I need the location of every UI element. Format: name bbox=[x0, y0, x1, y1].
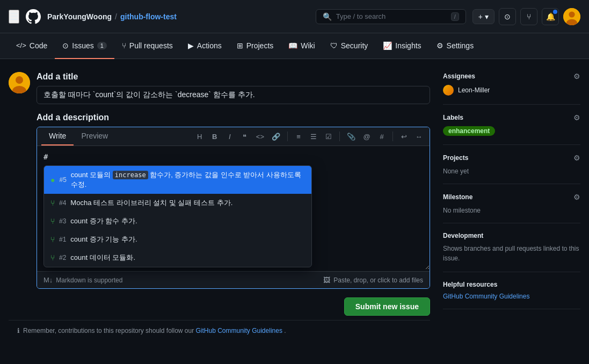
unordered-list-btn[interactable]: ☰ bbox=[307, 131, 320, 142]
community-guidelines-link[interactable]: GitHub Community Guidelines bbox=[196, 327, 282, 334]
editor-toolbar: H B I ❝ <> 🔗 ≡ ☰ ☑ 📎 @ bbox=[193, 130, 425, 143]
bold-btn[interactable]: B bbox=[208, 131, 221, 142]
italic-btn[interactable]: I bbox=[223, 131, 236, 142]
ordered-list-btn[interactable]: ≡ bbox=[292, 131, 305, 142]
assignees-title: Assignees bbox=[443, 72, 475, 80]
issues-badge: 1 bbox=[97, 42, 107, 49]
heading-btn[interactable]: H bbox=[193, 131, 206, 142]
nav-wiki[interactable]: 📖 Wiki bbox=[281, 33, 322, 59]
projects-value: None yet bbox=[443, 168, 469, 175]
paste-files-label[interactable]: 🖼 Paste, drop, or click to add files bbox=[317, 272, 430, 288]
nav-code-label: Code bbox=[30, 41, 47, 50]
editor-footer: M↓ Markdown is supported 🖼 Paste, drop, … bbox=[37, 271, 430, 288]
user-avatar[interactable] bbox=[563, 8, 580, 25]
editor-container: Write Preview H B I ❝ <> 🔗 ≡ ☰ bbox=[37, 127, 430, 289]
projects-gear-icon[interactable]: ⚙ bbox=[573, 154, 580, 162]
nav-actions[interactable]: ▶ Actions bbox=[180, 33, 229, 59]
item-text-1: Mocha 테스트 라이브러리 설치 및 실패 테스트 추가. bbox=[70, 198, 232, 208]
editor-tabs: Write Preview H B I ❝ <> 🔗 ≡ ☰ bbox=[37, 127, 430, 146]
svg-point-4 bbox=[16, 76, 23, 84]
nav-security[interactable]: 🛡 Security bbox=[323, 33, 376, 59]
submit-new-issue-button[interactable]: Submit new issue bbox=[344, 297, 430, 316]
development-value: Shows branches and pull requests linked … bbox=[443, 244, 580, 263]
top-navigation: ☰ ParkYoungWoong / github-flow-test 🔍 Ty… bbox=[0, 0, 589, 33]
reference-btn[interactable]: # bbox=[375, 131, 388, 142]
enhancement-label[interactable]: enhancement bbox=[443, 126, 495, 136]
nav-code[interactable]: </> Code bbox=[9, 33, 55, 59]
issue-title-input[interactable] bbox=[37, 86, 430, 104]
repo-owner[interactable]: ParkYoungWoong bbox=[47, 12, 112, 21]
topnav-right: + ▾ ⊙ ⑂ 🔔 bbox=[472, 8, 580, 25]
settings-icon: ⚙ bbox=[437, 41, 443, 50]
projects-header: Projects ⚙ bbox=[443, 154, 580, 162]
autocomplete-item-2[interactable]: ⑂ #3 count 증가 함수 추가. bbox=[44, 212, 311, 230]
search-bar[interactable]: 🔍 Type / to search / bbox=[316, 9, 466, 24]
milestone-header: Milestone ⚙ bbox=[443, 193, 580, 201]
item-number-1: #4 bbox=[59, 199, 66, 207]
issues-icon-button[interactable]: ⊙ bbox=[499, 8, 516, 25]
image-icon: 🖼 bbox=[323, 276, 330, 284]
nav-issues[interactable]: ⊙ Issues 1 bbox=[55, 33, 114, 59]
nav-insights[interactable]: 📈 Insights bbox=[375, 33, 428, 59]
create-button[interactable]: + ▾ bbox=[472, 9, 495, 24]
pr-icon-1: ⑂ bbox=[50, 199, 55, 207]
notifications-icon-button[interactable]: 🔔 bbox=[542, 8, 559, 25]
autocomplete-item-4[interactable]: ⑂ #2 count 데이터 모듈화. bbox=[44, 249, 311, 267]
autocomplete-item-1[interactable]: ⑂ #4 Mocha 테스트 라이브러리 설치 및 실패 테스트 추가. bbox=[44, 194, 311, 212]
item-text-4: count 데이터 모듈화. bbox=[70, 253, 135, 263]
item-text-2: count 증가 함수 추가. bbox=[70, 216, 137, 226]
markdown-text: Markdown is supported bbox=[56, 276, 122, 284]
write-tab[interactable]: Write bbox=[41, 127, 74, 145]
repo-name[interactable]: github-flow-test bbox=[120, 12, 177, 21]
autocomplete-dropdown: ● #5 count 모듈의 increase 함수가, 증가하는 값을 인수로… bbox=[43, 165, 312, 267]
nav-wiki-label: Wiki bbox=[301, 41, 315, 50]
editor-body: # ● #5 count 모듈의 increase 함수가, 증가하는 값을 인… bbox=[37, 146, 430, 271]
nav-settings-label: Settings bbox=[447, 41, 474, 50]
sidebar-milestone: Milestone ⚙ No milestone bbox=[443, 184, 580, 223]
form-area: Add a title Add a description Write Prev… bbox=[9, 72, 430, 341]
undo-btn[interactable]: ↩ bbox=[397, 131, 410, 142]
nav-actions-label: Actions bbox=[197, 41, 222, 50]
quote-btn[interactable]: ❝ bbox=[238, 131, 251, 142]
pr-icon-3: ⑂ bbox=[50, 235, 55, 244]
preview-tab[interactable]: Preview bbox=[74, 127, 115, 145]
security-icon: 🛡 bbox=[330, 41, 338, 50]
markdown-support-label: M↓ Markdown is supported bbox=[37, 272, 317, 288]
autocomplete-item-0[interactable]: ● #5 count 모듈의 increase 함수가, 증가하는 값을 인수로… bbox=[44, 166, 311, 194]
paste-text: Paste, drop, or click to add files bbox=[333, 276, 423, 284]
assignees-gear-icon[interactable]: ⚙ bbox=[573, 72, 580, 81]
hamburger-button[interactable]: ☰ bbox=[9, 10, 19, 24]
projects-icon: ⊞ bbox=[237, 41, 243, 50]
task-list-btn[interactable]: ☑ bbox=[322, 131, 335, 142]
assignee-item: Leon-Miller bbox=[443, 85, 580, 96]
nav-projects[interactable]: ⊞ Projects bbox=[229, 33, 281, 59]
nav-settings[interactable]: ⚙ Settings bbox=[429, 33, 482, 59]
milestone-gear-icon[interactable]: ⚙ bbox=[573, 193, 580, 201]
add-title-label: Add a title bbox=[37, 72, 430, 82]
autocomplete-item-3[interactable]: ⑂ #1 count 증가 기능 추가. bbox=[44, 230, 311, 249]
labels-header: Labels ⚙ bbox=[443, 113, 580, 122]
main-content: Add a title Add a description Write Prev… bbox=[0, 59, 589, 354]
code-btn[interactable]: <> bbox=[253, 131, 267, 142]
sidebar-development: Development Shows branches and pull requ… bbox=[443, 223, 580, 272]
pr-icon-2: ⑂ bbox=[50, 217, 55, 225]
community-guidelines-sidebar-link[interactable]: GitHub Community Guidelines bbox=[443, 293, 580, 300]
attach-btn[interactable]: 📎 bbox=[344, 131, 358, 142]
form-row: Add a title Add a description Write Prev… bbox=[9, 72, 430, 316]
mention-btn[interactable]: @ bbox=[360, 131, 373, 142]
pullrequests-icon-button[interactable]: ⑂ bbox=[520, 8, 537, 25]
redo-btn[interactable]: ↔ bbox=[412, 131, 425, 142]
topnav-left: ☰ ParkYoungWoong / github-flow-test bbox=[9, 8, 309, 25]
issue-sidebar: Assignees ⚙ Leon-Miller Labels ⚙ enhance… bbox=[443, 72, 580, 341]
nav-pull-requests[interactable]: ⑂ Pull requests bbox=[114, 33, 180, 59]
nav-pr-label: Pull requests bbox=[129, 41, 173, 50]
helpful-resources-title: Helpful resources bbox=[443, 281, 580, 288]
search-shortcut: / bbox=[451, 12, 459, 21]
issue-open-icon-0: ● bbox=[50, 176, 55, 184]
actions-icon: ▶ bbox=[188, 41, 194, 50]
sidebar-labels: Labels ⚙ enhancement bbox=[443, 105, 580, 145]
link-btn[interactable]: 🔗 bbox=[269, 131, 283, 142]
sidebar-projects: Projects ⚙ None yet bbox=[443, 145, 580, 184]
search-placeholder: Type / to search bbox=[336, 12, 386, 20]
labels-gear-icon[interactable]: ⚙ bbox=[573, 113, 580, 122]
